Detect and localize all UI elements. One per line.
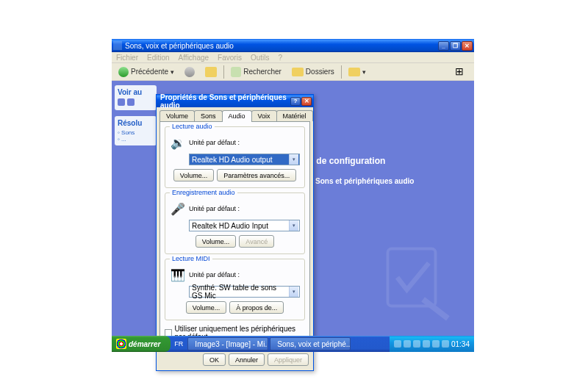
search-button[interactable]: Rechercher	[227, 65, 285, 79]
sidebar-box-see-also: Voir au	[115, 85, 157, 110]
language-indicator[interactable]: FR	[171, 340, 187, 348]
tab-voice[interactable]: Voix	[251, 110, 277, 121]
tray-icon[interactable]	[394, 340, 401, 348]
dialog-content: Lecture audio 🔉 Unité par défaut : Realt…	[159, 121, 310, 346]
tab-audio[interactable]: Audio	[222, 110, 252, 122]
start-button[interactable]: démarrer	[112, 336, 171, 352]
system-tray[interactable]: 01:34	[390, 336, 474, 352]
toolbar-separator	[341, 65, 342, 79]
menu-tools[interactable]: Outils	[251, 54, 270, 62]
maximize-button[interactable]: ❐	[450, 41, 461, 51]
midi-device-select[interactable]: Synthé. SW table de sons GS Mic	[189, 286, 300, 298]
menu-favorites[interactable]: Favoris	[218, 54, 242, 62]
taskbar-item-image3[interactable]: Image3 - [Image] - Mi...	[187, 337, 268, 350]
toolbar-separator	[223, 65, 224, 79]
playback-volume-button[interactable]: Volume...	[173, 169, 215, 181]
tab-sounds[interactable]: Sons	[194, 110, 223, 121]
dialog-tabs: Volume Sons Audio Voix Matériel	[157, 107, 313, 121]
midi-label: Unité par défaut :	[189, 271, 240, 278]
search-icon	[231, 67, 241, 77]
folders-button[interactable]: Dossiers	[288, 66, 338, 78]
folder-icon	[292, 68, 304, 76]
taskbar-item-sounds[interactable]: Sons, voix et périphé...	[270, 337, 351, 350]
menu-edit[interactable]: Edition	[147, 54, 170, 62]
control-panel-icon	[113, 41, 122, 50]
forward-button[interactable]	[181, 65, 198, 79]
audio-properties-dialog: Propriétés de Sons et périphériques audi…	[156, 94, 314, 371]
up-button[interactable]	[201, 65, 220, 79]
recording-group-title: Enregistrement audio	[170, 189, 237, 196]
sidebar-box-troubleshoot: Résolu ◦ Sons◦ ...	[115, 116, 157, 145]
tray-icon[interactable]	[442, 340, 449, 348]
cp-item-sounds[interactable]: 🔊Sons et périphériques audio	[296, 173, 414, 188]
tray-icon[interactable]	[413, 340, 420, 348]
control-panel-titlebar[interactable]: Sons, voix et périphériques audio _ ❐ ✕	[112, 39, 474, 52]
menu-file[interactable]: Fichier	[116, 54, 138, 62]
recording-device-select[interactable]: Realtek HD Audio Input	[189, 220, 300, 231]
midi-group: Lecture MIDI 🎹 Unité par défaut : Synthé…	[165, 259, 305, 320]
taskbar: démarrer FR Image3 - [Image] - Mi... Son…	[112, 336, 474, 352]
svg-rect-0	[388, 249, 436, 306]
midi-volume-button[interactable]: Volume...	[186, 301, 227, 314]
tab-volume[interactable]: Volume	[159, 110, 195, 121]
apply-button[interactable]: Appliquer	[268, 353, 309, 366]
tray-icon[interactable]	[404, 340, 411, 348]
microphone-icon: 🎤	[170, 201, 186, 217]
menu-bar: Fichier Edition Affichage Favoris Outils…	[112, 52, 474, 63]
sidebar: Voir au Résolu ◦ Sons◦ ...	[112, 81, 159, 352]
dialog-title: Propriétés de Sons et périphériques audi…	[158, 93, 290, 109]
dialog-close-button[interactable]: ✕	[301, 97, 312, 106]
recording-group: Enregistrement audio 🎤 Unité par défaut …	[165, 192, 305, 254]
tab-hardware[interactable]: Matériel	[276, 110, 313, 121]
window-title: Sons, voix et périphériques audio	[125, 42, 437, 50]
recording-advanced-button[interactable]: Avancé	[239, 235, 274, 248]
playback-advanced-button[interactable]: Paramètres avancés...	[217, 169, 296, 181]
views-icon	[348, 68, 360, 76]
clock[interactable]: 01:34	[451, 340, 470, 348]
recording-label: Unité par défaut :	[189, 205, 240, 212]
recording-volume-button[interactable]: Volume...	[196, 235, 237, 248]
speaker-icon: 🔉	[170, 134, 186, 151]
midi-about-button[interactable]: À propos de...	[229, 301, 284, 314]
ok-button[interactable]: OK	[203, 353, 226, 366]
tray-icon[interactable]	[423, 340, 430, 348]
desktop: Sons, voix et périphériques audio _ ❐ ✕ …	[112, 39, 474, 352]
views-button[interactable]: ▾	[345, 66, 370, 78]
cancel-button[interactable]: Annuler	[229, 353, 265, 366]
minimize-button[interactable]: _	[438, 41, 449, 51]
watermark-icon	[364, 234, 459, 330]
midi-group-title: Lecture MIDI	[170, 255, 212, 262]
tray-icon[interactable]	[432, 340, 440, 348]
forward-icon	[184, 67, 195, 77]
playback-label: Unité par défaut :	[189, 139, 240, 146]
dialog-titlebar[interactable]: Propriétés de Sons et périphériques audi…	[157, 95, 313, 107]
windows-logo-icon: ⊞	[455, 65, 471, 79]
back-icon	[118, 67, 129, 77]
playback-device-select[interactable]: Realtek HD Audio output	[189, 154, 300, 165]
up-icon	[205, 67, 217, 77]
dialog-help-button[interactable]: ?	[290, 97, 301, 106]
menu-view[interactable]: Affichage	[179, 54, 209, 62]
close-button[interactable]: ✕	[462, 41, 473, 51]
toolbar: Précédente ▾ Rechercher Dossiers ▾ ⊞	[112, 63, 474, 81]
back-button[interactable]: Précédente ▾	[115, 65, 178, 79]
playback-group: Lecture audio 🔉 Unité par défaut : Realt…	[165, 126, 305, 188]
menu-help[interactable]: ?	[278, 54, 282, 62]
dialog-buttons: OK Annuler Appliquer	[157, 349, 313, 370]
midi-icon: 🎹	[170, 267, 186, 283]
playback-group-title: Lecture audio	[170, 123, 215, 130]
